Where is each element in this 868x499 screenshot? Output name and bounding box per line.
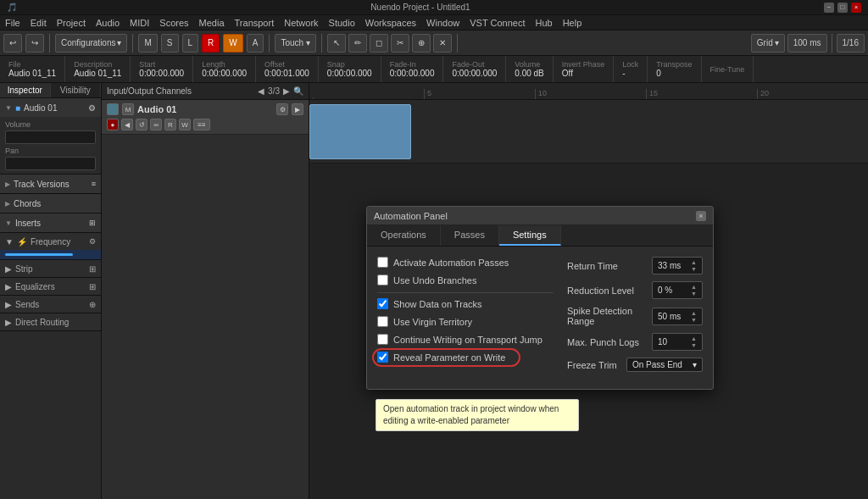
tool-draw-btn[interactable]: ✏ (348, 34, 367, 53)
back-btn[interactable]: ◀ (121, 119, 133, 130)
menu-vst[interactable]: VST Connect (470, 18, 525, 28)
direct-routing-header[interactable]: ▶ Direct Routing (0, 313, 101, 330)
equalizers-header[interactable]: ▶ Equalizers ⊞ (0, 278, 101, 295)
search-icon[interactable]: 🔍 (293, 86, 303, 96)
inspector-section-audio-header[interactable]: ▼ ■ Audio 01 ⚙ (0, 98, 101, 117)
pan-slider[interactable] (5, 157, 96, 170)
menu-edit[interactable]: Edit (31, 18, 47, 28)
ap-close-btn[interactable]: × (696, 211, 706, 221)
tool-select-btn[interactable]: ↖ (327, 34, 346, 53)
extra-btn[interactable]: ≡≡ (193, 119, 210, 130)
spinner-up-icon[interactable]: ▲ (691, 259, 697, 265)
track-lane-1[interactable] (309, 100, 868, 164)
spinner-up-icon-4[interactable]: ▲ (691, 335, 697, 341)
configurations-dropdown[interactable]: Configurations ▾ (55, 34, 127, 53)
spinner-up-icon-3[interactable]: ▲ (691, 310, 697, 316)
info-start: Start 0:00:00.000 (131, 56, 193, 82)
grid-dropdown[interactable]: Grid ▾ (751, 34, 785, 53)
tab-visibility[interactable]: Visibility (51, 83, 102, 97)
tab-settings[interactable]: Settings (499, 225, 561, 246)
tool-mute-btn[interactable]: ✕ (433, 34, 452, 53)
undo-btn[interactable]: ↩ (3, 34, 22, 53)
menu-file[interactable]: File (5, 18, 20, 28)
inspector-versions-header[interactable]: ▶ Track Versions ≡ (0, 175, 101, 193)
mode-m-btn[interactable]: M (138, 34, 157, 53)
mode-a-btn[interactable]: A (247, 34, 264, 53)
mode-r-btn[interactable]: R (202, 34, 220, 53)
cb-undo-branches[interactable] (377, 274, 388, 286)
info-fade-out: Fade-Out 0:00:00.000 (443, 56, 506, 82)
return-time-value[interactable]: 33 ms ▲ ▼ (652, 257, 703, 274)
cb-activate-passes[interactable] (377, 257, 388, 268)
spinner-down-icon-2[interactable]: ▼ (691, 291, 697, 297)
nav-left-btn[interactable]: ◀ (258, 86, 264, 96)
w-btn[interactable]: W (179, 119, 191, 130)
r-btn[interactable]: R (164, 119, 176, 130)
right-toolbar: Grid ▾ 100 ms 1/16 (751, 34, 865, 53)
cb-continue-writing[interactable] (377, 334, 388, 345)
close-btn[interactable]: × (851, 3, 861, 13)
menu-scores[interactable]: Scores (159, 18, 188, 28)
touch-mode-btn[interactable]: Touch ▾ (275, 34, 315, 53)
tool-erase-btn[interactable]: ◻ (370, 34, 388, 53)
nav-right-btn[interactable]: ▶ (283, 86, 290, 96)
spike-detection-value[interactable]: 50 ms ▲ ▼ (652, 308, 703, 325)
spike-detection-spinner[interactable]: ▲ ▼ (691, 310, 697, 323)
reduction-level-value[interactable]: 0 % ▲ ▼ (652, 281, 703, 299)
menu-audio[interactable]: Audio (96, 18, 120, 28)
maximize-btn[interactable]: □ (837, 3, 848, 13)
mode-s-btn[interactable]: S (161, 34, 179, 53)
track-settings-btn[interactable]: ⚙ (276, 103, 288, 115)
quantize-value[interactable]: 1/16 (837, 34, 865, 53)
track-color-btn[interactable] (107, 103, 119, 115)
menu-studio[interactable]: Studio (329, 18, 355, 28)
menu-workspaces[interactable]: Workspaces (365, 18, 416, 28)
spinner-up-icon-2[interactable]: ▲ (691, 284, 697, 290)
track-mute-btn[interactable]: M (122, 103, 134, 115)
menu-media[interactable]: Media (199, 18, 225, 28)
menu-network[interactable]: Network (284, 18, 318, 28)
menu-midi[interactable]: MIDI (130, 18, 149, 28)
mode-l-btn[interactable]: L (182, 34, 199, 53)
menu-project[interactable]: Project (57, 18, 86, 28)
power-icon: ⚡ (17, 237, 27, 247)
inspector-chords-header[interactable]: ▶ Chords (0, 194, 101, 213)
track-arrow-btn[interactable]: ▶ (292, 103, 303, 115)
inspector-section-inserts: ▼ Inserts ⊞ (0, 213, 101, 233)
max-punch-logs-value[interactable]: 10 ▲ ▼ (652, 333, 703, 351)
automation-panel[interactable]: Automation Panel × Operations Passes Set… (366, 206, 714, 390)
cb-show-data[interactable] (377, 298, 388, 309)
cb-virgin-territory[interactable] (377, 316, 388, 327)
inspector-inserts-header[interactable]: ▼ Inserts ⊞ (0, 213, 101, 232)
link-btn[interactable]: ∞ (150, 119, 162, 130)
menu-help[interactable]: Help (563, 18, 582, 28)
loop-btn[interactable]: ↺ (136, 119, 147, 130)
frequency-header[interactable]: ▼ ⚡ Frequency ⚙ (0, 233, 101, 250)
spinner-down-icon-4[interactable]: ▼ (691, 342, 697, 348)
redo-btn[interactable]: ↪ (25, 34, 44, 53)
menu-hub[interactable]: Hub (535, 18, 552, 28)
menu-window[interactable]: Window (426, 18, 459, 28)
reduction-level-spinner[interactable]: ▲ ▼ (691, 284, 697, 297)
strip-header[interactable]: ▶ Strip ⊞ (0, 260, 101, 277)
tool-glue-btn[interactable]: ⊕ (412, 34, 431, 53)
minimize-btn[interactable]: − (824, 3, 834, 13)
spinner-down-icon[interactable]: ▼ (691, 266, 697, 272)
inspector-audio-label: Audio 01 (24, 103, 57, 113)
grid-value-display[interactable]: 100 ms (787, 34, 827, 53)
tab-operations[interactable]: Operations (367, 225, 441, 246)
return-time-spinner[interactable]: ▲ ▼ (691, 259, 697, 272)
volume-slider[interactable] (5, 130, 96, 144)
tab-inspector[interactable]: Inspector (0, 83, 51, 97)
spinner-down-icon-3[interactable]: ▼ (691, 317, 697, 323)
tab-passes[interactable]: Passes (441, 225, 499, 246)
record-btn[interactable]: ● (107, 119, 119, 130)
sends-header[interactable]: ▶ Sends ⊕ (0, 296, 101, 313)
cb-reveal-param[interactable] (377, 352, 388, 363)
menu-transport[interactable]: Transport (235, 18, 275, 28)
max-punch-spinner[interactable]: ▲ ▼ (691, 335, 697, 348)
arrow-down-icon: ▼ (5, 104, 12, 112)
tool-split-btn[interactable]: ✂ (391, 34, 409, 53)
freeze-trim-dropdown[interactable]: On Pass End ▾ (626, 358, 703, 372)
mode-w-btn[interactable]: W (223, 34, 242, 53)
